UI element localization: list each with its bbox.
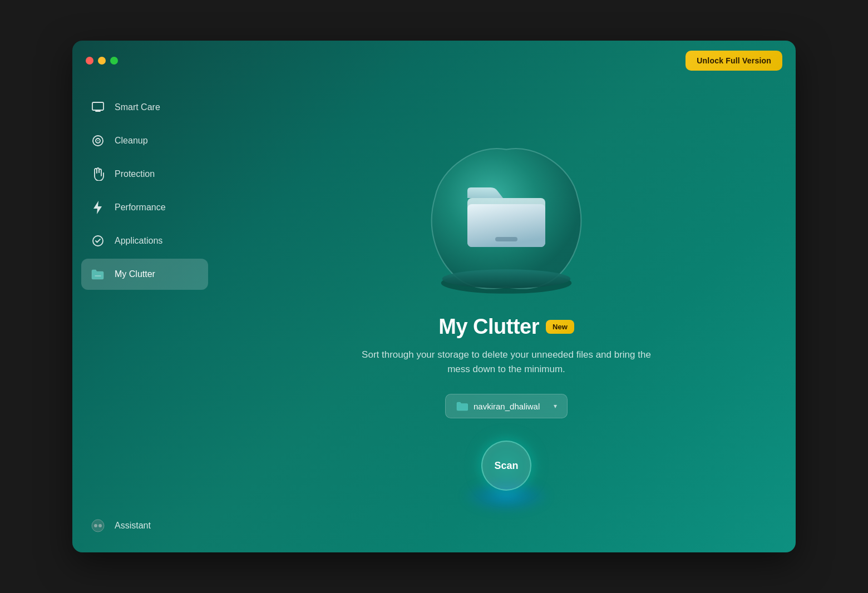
close-button[interactable] — [86, 57, 93, 65]
sidebar: Smart Care Cleanup — [72, 81, 217, 552]
svg-point-5 — [97, 140, 98, 141]
sidebar-item-smart-care[interactable]: Smart Care — [81, 92, 208, 123]
folder-visual — [417, 131, 595, 298]
unlock-full-version-button[interactable]: Unlock Full Version — [685, 51, 782, 71]
minimize-button[interactable] — [98, 57, 106, 65]
page-title-area: My Clutter New — [438, 315, 574, 339]
sidebar-item-protection[interactable]: Protection — [81, 159, 208, 190]
sidebar-label-applications: Applications — [115, 236, 162, 246]
page-title: My Clutter — [438, 315, 539, 339]
page-description: Sort through your storage to delete your… — [362, 348, 651, 376]
folder-icon — [90, 266, 106, 282]
svg-point-9 — [94, 524, 97, 527]
sidebar-item-assistant[interactable]: Assistant — [81, 510, 208, 541]
chevron-down-icon: ▾ — [554, 402, 557, 410]
scan-button-container: Scan — [481, 441, 531, 491]
dropdown-folder-icon — [456, 401, 468, 411]
dropdown-value: navkiran_dhaliwal — [474, 402, 540, 411]
svg-rect-15 — [495, 237, 517, 241]
svg-point-10 — [98, 524, 102, 527]
sidebar-item-my-clutter[interactable]: My Clutter — [81, 259, 208, 290]
sidebar-label-protection: Protection — [115, 169, 155, 179]
monitor-icon — [90, 100, 106, 115]
svg-point-12 — [442, 269, 570, 288]
sidebar-item-performance[interactable]: Performance — [81, 192, 208, 223]
bolt-icon — [90, 200, 106, 215]
svg-point-8 — [92, 520, 104, 532]
folder-dropdown[interactable]: navkiran_dhaliwal ▾ — [445, 394, 568, 418]
sidebar-label-assistant: Assistant — [115, 521, 151, 531]
new-badge: New — [546, 320, 574, 334]
sidebar-item-applications[interactable]: Applications — [81, 225, 208, 256]
sidebar-item-cleanup[interactable]: Cleanup — [81, 125, 208, 156]
main-layout: Smart Care Cleanup — [72, 81, 796, 552]
assistant-icon — [90, 518, 106, 533]
maximize-button[interactable] — [110, 57, 118, 65]
scan-button[interactable]: Scan — [481, 441, 531, 491]
dropdown-left: navkiran_dhaliwal — [456, 401, 540, 411]
hand-icon — [90, 166, 106, 182]
window-controls — [86, 57, 118, 65]
cleanup-icon — [90, 133, 106, 149]
main-content: My Clutter New Sort through your storage… — [217, 81, 796, 552]
app-window: Unlock Full Version Smart Care — [72, 41, 796, 552]
app-icon — [90, 233, 106, 249]
sidebar-label-smart-care: Smart Care — [115, 102, 160, 112]
sidebar-label-performance: Performance — [115, 202, 166, 213]
title-bar: Unlock Full Version — [72, 41, 796, 81]
sidebar-label-my-clutter: My Clutter — [115, 269, 155, 279]
sidebar-label-cleanup: Cleanup — [115, 136, 148, 146]
svg-rect-0 — [92, 102, 103, 110]
